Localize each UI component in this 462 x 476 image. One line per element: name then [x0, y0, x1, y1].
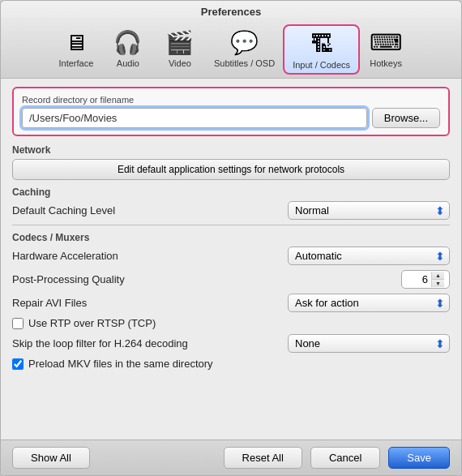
caching-level-select[interactable]: Lowest latency Low latency Normal High l…	[288, 201, 450, 220]
toolbar-interface-label: Interface	[59, 58, 94, 68]
toolbar-subtitles[interactable]: 💬 Subtitles / OSD	[206, 24, 283, 75]
ppq-spinner-buttons: ▲ ▼	[431, 272, 444, 287]
preload-label: Preload MKV files in the same directory	[28, 358, 213, 370]
codecs-header: Codecs / Muxers	[12, 232, 450, 243]
subtitles-icon: 💬	[230, 28, 259, 57]
toolbar-video[interactable]: 🎬 Video	[154, 24, 206, 75]
ppq-increment[interactable]: ▲	[432, 272, 444, 280]
toolbar-hotkeys[interactable]: ⌨ Hotkeys	[360, 24, 412, 75]
rtp-checkbox[interactable]	[12, 318, 24, 329]
network-settings-button[interactable]: Edit default application settings for ne…	[12, 159, 450, 180]
toolbar-interface[interactable]: 🖥 Interface	[50, 24, 102, 75]
footer: Show All Reset All Cancel Save	[1, 440, 461, 475]
loop-filter-wrapper: None Non-ref Bidir Non-key All ⬍	[288, 334, 450, 353]
caching-header: Caching	[12, 187, 450, 198]
preload-checkbox[interactable]	[12, 358, 24, 370]
window-title: Preferences	[1, 6, 461, 18]
record-label: Record directory or filename	[22, 95, 440, 105]
toolbar-input[interactable]: 🏗 Input / Codecs	[283, 24, 360, 75]
toolbar-input-label: Input / Codecs	[293, 60, 350, 70]
browse-button[interactable]: Browse...	[372, 108, 440, 128]
toolbar: 🖥 Interface 🎧 Audio 🎬 Video 💬 Subtitles …	[1, 18, 461, 78]
ppq-decrement[interactable]: ▼	[432, 280, 444, 287]
preferences-window: Preferences 🖥 Interface 🎧 Audio 🎬 Video …	[0, 0, 462, 476]
network-header: Network	[12, 144, 450, 156]
reset-all-button[interactable]: Reset All	[224, 447, 302, 469]
repair-label: Repair AVI Files	[12, 297, 288, 309]
repair-select[interactable]: Never Always Ask for action	[288, 294, 450, 312]
footer-center: Reset All Cancel Save	[224, 447, 450, 469]
toolbar-hotkeys-label: Hotkeys	[370, 58, 402, 68]
hotkeys-icon: ⌨	[371, 28, 400, 57]
rtp-row: Use RTP over RTSP (TCP)	[12, 317, 450, 329]
caching-level-label: Default Caching Level	[12, 204, 288, 217]
ppq-spinner: ▲ ▼	[401, 270, 450, 289]
caching-level-row: Default Caching Level Lowest latency Low…	[12, 201, 450, 220]
ppq-label: Post-Processing Quality	[12, 273, 401, 285]
loop-filter-label: Skip the loop filter for H.264 decoding	[12, 337, 288, 349]
loop-filter-row: Skip the loop filter for H.264 decoding …	[12, 334, 450, 353]
divider	[12, 225, 450, 225]
toolbar-subtitles-label: Subtitles / OSD	[214, 58, 275, 68]
preload-row: Preload MKV files in the same directory	[12, 358, 450, 370]
video-icon: 🎬	[165, 28, 195, 57]
title-bar: Preferences 🖥 Interface 🎧 Audio 🎬 Video …	[1, 1, 461, 79]
repair-wrapper: Never Always Ask for action ⬍	[288, 294, 450, 312]
save-button[interactable]: Save	[388, 447, 450, 469]
record-path-input[interactable]	[22, 108, 367, 128]
rtp-label: Use RTP over RTSP (TCP)	[28, 317, 156, 329]
hw-accel-select[interactable]: Disabled Automatic Any OpenCL OpenGL	[288, 247, 450, 265]
interface-icon: 🖥	[62, 28, 91, 57]
toolbar-audio-label: Audio	[117, 58, 139, 68]
hw-accel-row: Hardware Acceleration Disabled Automatic…	[12, 247, 450, 265]
loop-filter-select[interactable]: None Non-ref Bidir Non-key All	[288, 334, 450, 353]
ppq-row: Post-Processing Quality ▲ ▼	[12, 270, 450, 289]
show-all-button[interactable]: Show All	[12, 447, 90, 469]
record-section: Record directory or filename Browse...	[12, 87, 450, 136]
toolbar-video-label: Video	[169, 58, 191, 68]
audio-icon: 🎧	[113, 28, 143, 57]
repair-row: Repair AVI Files Never Always Ask for ac…	[12, 294, 450, 312]
input-icon: 🏗	[307, 29, 336, 58]
content-area: Record directory or filename Browse... N…	[1, 79, 461, 440]
hw-accel-wrapper: Disabled Automatic Any OpenCL OpenGL ⬍	[288, 247, 450, 265]
toolbar-audio[interactable]: 🎧 Audio	[102, 24, 154, 75]
record-row: Browse...	[22, 108, 440, 128]
hw-accel-label: Hardware Acceleration	[12, 250, 288, 262]
ppq-input[interactable]	[402, 271, 431, 288]
caching-level-wrapper: Lowest latency Low latency Normal High l…	[288, 201, 450, 220]
cancel-button[interactable]: Cancel	[310, 447, 380, 469]
